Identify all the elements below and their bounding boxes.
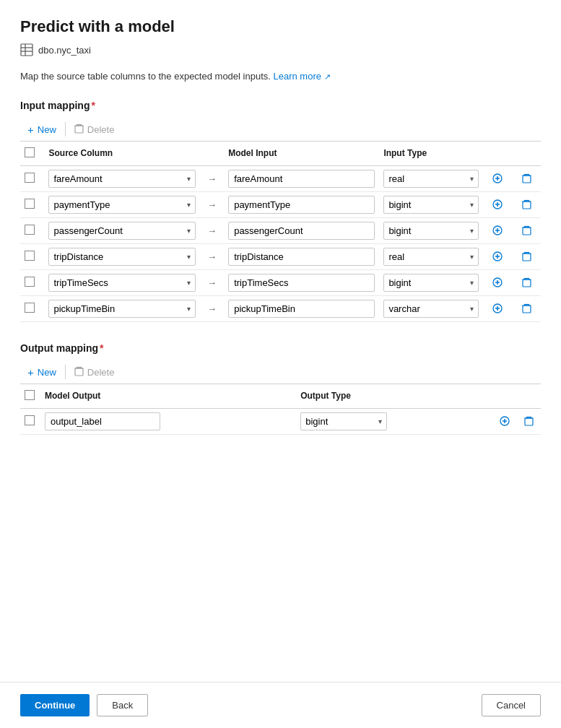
toolbar-divider	[65, 122, 66, 136]
arrow-cell: →	[200, 165, 224, 191]
plus-icon: +	[27, 124, 34, 136]
chevron-down-icon: ▾	[470, 175, 474, 183]
output-row-checkbox-0[interactable]	[25, 415, 35, 425]
output-type-header: Output Type	[296, 384, 492, 409]
input-row-checkbox-2[interactable]	[25, 225, 35, 235]
input-table-row: paymentType ▾ → bigint ▾	[20, 191, 541, 217]
model-output-field-0[interactable]	[45, 412, 160, 430]
input-table-row: pickupTimeBin ▾ → varchar ▾	[20, 295, 541, 321]
model-input-field-3[interactable]	[228, 248, 375, 266]
dialog-footer: Continue Back Cancel	[0, 682, 561, 728]
input-type-select-4[interactable]: bigint ▾	[383, 274, 478, 292]
svg-rect-12	[523, 176, 531, 183]
input-type-select-1[interactable]: bigint ▾	[383, 196, 478, 214]
svg-rect-28	[523, 228, 531, 235]
plus-icon-out: +	[27, 366, 34, 378]
add-col-header	[483, 142, 513, 166]
required-star: *	[91, 100, 95, 111]
chevron-down-icon: ▾	[470, 201, 474, 209]
input-type-header: Input Type	[379, 142, 482, 166]
input-mapping-table: Source Column Model Input Input Type far…	[20, 142, 541, 322]
back-button[interactable]: Back	[97, 694, 148, 716]
input-delete-button[interactable]: Delete	[67, 118, 122, 141]
arrow-cell: →	[200, 269, 224, 295]
input-new-button[interactable]: + New	[20, 118, 64, 141]
output-header-checkbox-cell	[20, 384, 40, 409]
delete-output-row-button-0[interactable]	[521, 415, 536, 428]
input-type-select-3[interactable]: real ▾	[383, 248, 478, 266]
delete-row-button-0[interactable]	[519, 172, 534, 185]
delete-row-button-4[interactable]	[519, 276, 534, 289]
delete-row-button-3[interactable]	[519, 250, 534, 263]
arrow-cell: →	[200, 243, 224, 269]
input-type-select-5[interactable]: varchar ▾	[383, 300, 478, 318]
cancel-button[interactable]: Cancel	[482, 694, 541, 716]
output-mapping-title: Output mapping*	[20, 342, 541, 354]
add-row-button-4[interactable]	[490, 276, 505, 289]
description: Map the source table columns to the expe…	[20, 69, 541, 84]
chevron-down-icon: ▾	[378, 417, 382, 425]
out-add-col-header	[492, 384, 517, 409]
chevron-down-icon: ▾	[470, 279, 474, 287]
input-row-checkbox-0[interactable]	[25, 173, 35, 183]
svg-rect-52	[523, 306, 531, 313]
input-table-row: tripDistance ▾ → real ▾	[20, 243, 541, 269]
chevron-down-icon: ▾	[187, 175, 191, 183]
input-select-all-checkbox[interactable]	[25, 147, 35, 157]
arrow-header	[200, 142, 224, 166]
predict-model-dialog: Predict with a model dbo.nyc_taxi Map th…	[0, 0, 561, 728]
add-row-button-1[interactable]	[490, 198, 505, 211]
input-row-checkbox-3[interactable]	[25, 251, 35, 261]
source-column-header: Source Column	[44, 142, 199, 166]
add-output-row-button-0[interactable]	[497, 415, 513, 428]
model-input-field-4[interactable]	[228, 274, 375, 292]
source-column-select-5[interactable]: pickupTimeBin ▾	[48, 300, 195, 318]
chevron-down-icon: ▾	[187, 201, 191, 209]
output-mapping-section: Output mapping* + New Delete	[20, 342, 541, 435]
model-input-field-5[interactable]	[228, 300, 375, 318]
output-delete-button[interactable]: Delete	[67, 361, 122, 384]
add-row-button-0[interactable]	[490, 172, 505, 185]
model-input-field-2[interactable]	[228, 222, 375, 240]
input-row-checkbox-1[interactable]	[25, 199, 35, 209]
source-column-select-4[interactable]: tripTimeSecs ▾	[48, 274, 195, 292]
model-input-field-1[interactable]	[228, 196, 375, 214]
add-row-button-3[interactable]	[490, 250, 505, 263]
chevron-down-icon: ▾	[187, 305, 191, 313]
source-column-select-3[interactable]: tripDistance ▾	[48, 248, 195, 266]
svg-rect-36	[523, 254, 531, 261]
chevron-down-icon: ▾	[187, 279, 191, 287]
delete-row-button-1[interactable]	[519, 198, 534, 211]
input-type-select-2[interactable]: bigint ▾	[383, 222, 478, 240]
output-table-row: bigint ▾	[20, 408, 541, 434]
add-row-button-5[interactable]	[490, 302, 505, 315]
delete-row-button-2[interactable]	[519, 224, 534, 237]
output-type-select-0[interactable]: bigint ▾	[300, 412, 387, 430]
delete-row-button-5[interactable]	[519, 302, 534, 315]
arrow-cell: →	[200, 217, 224, 243]
source-column-select-2[interactable]: passengerCount ▾	[48, 222, 195, 240]
output-select-all-checkbox[interactable]	[25, 390, 35, 400]
input-row-checkbox-5[interactable]	[25, 303, 35, 313]
arrow-cell: →	[200, 295, 224, 321]
del-col-header	[512, 142, 541, 166]
external-link-icon: ↗	[324, 72, 331, 81]
continue-button[interactable]: Continue	[20, 694, 90, 716]
model-input-field-0[interactable]	[228, 170, 375, 188]
page-title: Predict with a model	[20, 17, 541, 36]
input-table-row: tripTimeSecs ▾ → bigint ▾	[20, 269, 541, 295]
learn-more-link[interactable]: Learn more	[274, 71, 321, 82]
input-header-checkbox-cell	[20, 142, 44, 166]
source-column-select-1[interactable]: paymentType ▾	[48, 196, 195, 214]
input-mapping-title: Input mapping*	[20, 100, 541, 111]
source-column-select-0[interactable]: fareAmount ▾	[48, 170, 195, 188]
svg-rect-57	[75, 368, 83, 376]
chevron-down-icon: ▾	[470, 305, 474, 313]
input-table-row: passengerCount ▾ → bigint ▾	[20, 217, 541, 243]
output-new-button[interactable]: + New	[20, 361, 64, 384]
add-row-button-2[interactable]	[490, 224, 505, 237]
input-type-select-0[interactable]: real ▾	[383, 170, 478, 188]
svg-rect-20	[523, 202, 531, 209]
input-row-checkbox-4[interactable]	[25, 277, 35, 287]
output-mapping-toolbar: + New Delete	[20, 361, 541, 384]
